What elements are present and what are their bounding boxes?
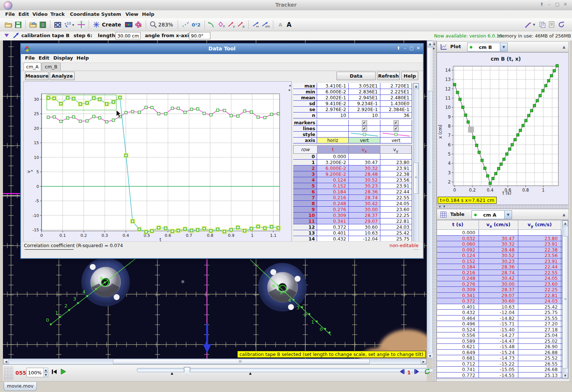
length-field[interactable] bbox=[116, 32, 141, 39]
cell[interactable]: 30.60 bbox=[479, 298, 518, 304]
axis-row-cell[interactable]: vert bbox=[349, 138, 380, 143]
markers-row-cell[interactable] bbox=[317, 120, 349, 125]
cell-vy[interactable]: 23.80 bbox=[380, 160, 412, 165]
cell[interactable]: 0.032 bbox=[437, 236, 479, 241]
cell[interactable]: -15.05 bbox=[479, 367, 518, 372]
lines-row-cell[interactable]: ✔ bbox=[380, 126, 412, 131]
stretch-x-icon[interactable]: ↔ bbox=[251, 20, 261, 29]
dt-menu-edit[interactable]: Edit bbox=[39, 55, 49, 61]
checkbox-checked-icon[interactable]: ✔ bbox=[362, 126, 367, 131]
cell[interactable]: 10.63 bbox=[479, 304, 518, 310]
cell[interactable]: 25.13 bbox=[518, 373, 561, 378]
font-smaller-button[interactable]: A bbox=[278, 22, 282, 28]
lines-row-cell[interactable]: ✔ bbox=[349, 126, 380, 131]
minimize-icon[interactable]: – bbox=[546, 1, 553, 7]
vx-vy-plot[interactable]: 302520151050-5-10-1500.10.20.30.40.50.60… bbox=[24, 82, 291, 243]
video-vscrollbar[interactable]: ▲ ≡ ▼ bbox=[427, 40, 433, 359]
table-row[interactable]: 110.34129.0722.81 bbox=[293, 218, 412, 224]
plot-panel-body[interactable]: 23456789101112131400.20.40.60.81cm B (t,… bbox=[437, 52, 569, 205]
cell[interactable]: -15.71 bbox=[479, 321, 518, 327]
autotracker-icon[interactable] bbox=[134, 20, 143, 29]
cell-vx[interactable]: 30.52 bbox=[349, 177, 380, 183]
table-row[interactable]: 0.712-15.2226.55 bbox=[437, 361, 568, 367]
table-row[interactable]: 0.681-14.7325.52 bbox=[437, 355, 568, 361]
cell[interactable]: 23.80 bbox=[518, 236, 561, 241]
table-row[interactable]: 0.000 bbox=[437, 230, 568, 236]
table-row[interactable]: 0.21628.7422.55 bbox=[437, 270, 568, 276]
cell[interactable]: 0.092 bbox=[437, 247, 479, 253]
save-file-icon[interactable] bbox=[13, 20, 23, 29]
notes-icon[interactable] bbox=[547, 20, 557, 29]
style-row-cell[interactable] bbox=[380, 132, 412, 137]
table-row[interactable]: 0.03230.4723.80 bbox=[437, 236, 568, 242]
table-row[interactable]: 70.21628.7422.55 bbox=[293, 195, 412, 201]
cell[interactable] bbox=[518, 230, 561, 235]
cell-vy[interactable]: 23.60 bbox=[380, 207, 412, 212]
cell[interactable]: -15.48 bbox=[479, 344, 518, 349]
out-point-marker[interactable]: ▲ bbox=[249, 371, 252, 375]
cell-t[interactable]: 0.309 bbox=[317, 213, 349, 218]
analyze-button[interactable]: Analyze bbox=[50, 72, 75, 80]
cell[interactable]: -12.04 bbox=[479, 310, 518, 315]
player-drag-handle[interactable] bbox=[4, 366, 13, 380]
cell-t[interactable]: 9.200E-2 bbox=[317, 171, 349, 177]
table-track-dropdown[interactable]: cm A ▼ bbox=[472, 210, 512, 219]
cell-vy[interactable]: 23.56 bbox=[380, 177, 412, 183]
trails-icon[interactable]: 0¹2 bbox=[192, 22, 200, 28]
style-row-cell[interactable] bbox=[349, 132, 380, 137]
cell-vx[interactable]: 28.48 bbox=[349, 171, 380, 177]
cell[interactable] bbox=[479, 230, 518, 235]
create-icon[interactable] bbox=[92, 20, 101, 29]
cell-vx[interactable]: 30.47 bbox=[349, 160, 380, 165]
table-row[interactable]: 0.432-12.0425.75 bbox=[437, 310, 568, 316]
import-video-icon[interactable] bbox=[28, 20, 38, 29]
table-row[interactable]: 40.12430.5223.56 bbox=[293, 177, 412, 183]
restore-icon[interactable]: ⬆ bbox=[395, 46, 402, 51]
column-header[interactable]: vy bbox=[380, 146, 412, 153]
cell[interactable]: 22.55 bbox=[518, 270, 561, 275]
cell-t[interactable]: 0.341 bbox=[317, 218, 349, 224]
cell[interactable]: 0.341 bbox=[437, 293, 479, 298]
menu-file[interactable]: File bbox=[4, 11, 17, 17]
maximize-icon[interactable]: ▢ bbox=[554, 1, 561, 7]
cell-t[interactable]: 0.000 bbox=[317, 154, 349, 159]
scroll-right-icon[interactable]: ▶ bbox=[421, 359, 426, 364]
cell[interactable]: 0.060 bbox=[437, 241, 479, 247]
cell[interactable]: 25.55 bbox=[518, 316, 561, 321]
cell-t[interactable]: 0.372 bbox=[317, 224, 349, 230]
table-row[interactable]: 0.772-14.5525.13 bbox=[437, 373, 568, 378]
table-row[interactable]: 0.37230.6024.03 bbox=[437, 298, 568, 304]
cell-vx[interactable]: 30.23 bbox=[349, 183, 380, 189]
track-control-icon[interactable] bbox=[124, 20, 134, 29]
cell-vy[interactable]: 22.81 bbox=[380, 218, 412, 224]
cell[interactable]: -14.73 bbox=[479, 355, 518, 361]
cell-vy[interactable]: 25.75 bbox=[380, 236, 412, 242]
cell[interactable]: 26.68 bbox=[518, 367, 561, 372]
cell[interactable]: 28.48 bbox=[479, 247, 518, 253]
chevron-down-icon[interactable]: ▼ bbox=[500, 43, 507, 51]
cell[interactable]: 30.00 bbox=[479, 281, 518, 287]
maximize-icon[interactable]: ▢ bbox=[408, 46, 415, 51]
cell[interactable]: 0.589 bbox=[437, 338, 479, 344]
scroll-down-icon[interactable]: ▼ bbox=[562, 373, 568, 378]
lines-row-cell[interactable] bbox=[317, 126, 349, 131]
player-slider-thumb[interactable] bbox=[184, 367, 190, 375]
cell[interactable]: 25.75 bbox=[518, 310, 561, 315]
loop-button[interactable] bbox=[424, 368, 431, 376]
vscroll-thumb[interactable] bbox=[427, 47, 433, 91]
collapse-table-icon[interactable]: ▲ bbox=[562, 213, 565, 217]
column-header[interactable]: t bbox=[317, 146, 349, 153]
cell[interactable]: 0.432 bbox=[437, 310, 479, 315]
cell[interactable]: -15.22 bbox=[479, 361, 518, 367]
open-file-icon[interactable] bbox=[4, 20, 13, 29]
cell[interactable]: 22.44 bbox=[518, 264, 561, 270]
cell[interactable]: -14.82 bbox=[479, 316, 518, 321]
cell-t[interactable]: 6.000E-2 bbox=[317, 165, 349, 171]
cell[interactable]: 0.621 bbox=[437, 344, 479, 349]
dt-menu-display[interactable]: Display bbox=[53, 55, 73, 61]
table-row[interactable]: 0.464-14.8225.55 bbox=[437, 316, 568, 321]
cell[interactable]: 30.23 bbox=[479, 259, 518, 264]
table-row[interactable]: 0.30928.3722.25 bbox=[437, 287, 568, 293]
table-row[interactable]: 0.496-15.7127.20 bbox=[437, 321, 568, 327]
cell[interactable]: 22.81 bbox=[518, 293, 561, 298]
